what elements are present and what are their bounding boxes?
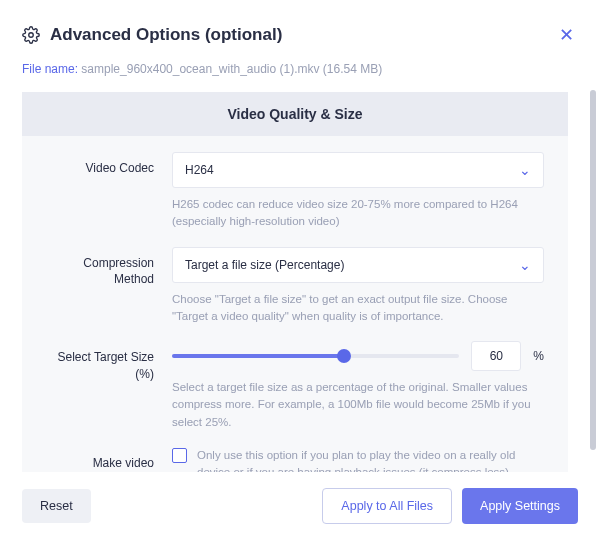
target-size-help: Select a target file size as a percentag… (172, 379, 544, 431)
modal-header: Advanced Options (optional) ✕ (22, 22, 578, 48)
compatibility-label: Make video compatible with old devices? (46, 447, 154, 472)
compatibility-help: Only use this option if you plan to play… (197, 447, 544, 472)
chevron-down-icon: ⌄ (519, 162, 531, 178)
file-name-line: File name: sample_960x400_ocean_with_aud… (22, 62, 578, 76)
modal-title: Advanced Options (optional) (50, 25, 282, 45)
scrollbar[interactable] (590, 90, 596, 450)
quality-card: Video Quality & Size Video Codec H264 ⌄ … (22, 92, 568, 472)
chevron-down-icon: ⌄ (519, 257, 531, 273)
compatibility-checkbox[interactable] (172, 448, 187, 463)
percent-sign: % (533, 349, 544, 363)
target-size-input[interactable] (471, 341, 521, 371)
video-codec-label: Video Codec (46, 152, 154, 231)
reset-button[interactable]: Reset (22, 489, 91, 523)
target-size-slider[interactable] (172, 354, 459, 358)
compression-method-select[interactable]: Target a file size (Percentage) ⌄ (172, 247, 544, 283)
close-button[interactable]: ✕ (555, 22, 578, 48)
file-name-label: File name: (22, 62, 81, 76)
slider-thumb[interactable] (337, 349, 351, 363)
video-codec-value: H264 (185, 163, 214, 177)
card-heading: Video Quality & Size (22, 92, 568, 136)
apply-settings-button[interactable]: Apply Settings (462, 488, 578, 524)
file-name-value: sample_960x400_ocean_with_audio (1).mkv … (81, 62, 382, 76)
video-codec-select[interactable]: H264 ⌄ (172, 152, 544, 188)
apply-all-button[interactable]: Apply to All Files (322, 488, 452, 524)
compression-method-value: Target a file size (Percentage) (185, 258, 344, 272)
video-codec-help: H265 codec can reduce video size 20-75% … (172, 196, 544, 231)
advanced-options-modal: Advanced Options (optional) ✕ File name:… (0, 0, 600, 542)
svg-point-0 (29, 33, 34, 38)
compression-method-label: Compression Method (46, 247, 154, 326)
target-size-label: Select Target Size (%) (46, 341, 154, 431)
modal-footer: Reset Apply to All Files Apply Settings (22, 472, 578, 524)
compression-method-help: Choose "Target a file size" to get an ex… (172, 291, 544, 326)
gear-icon (22, 26, 40, 44)
